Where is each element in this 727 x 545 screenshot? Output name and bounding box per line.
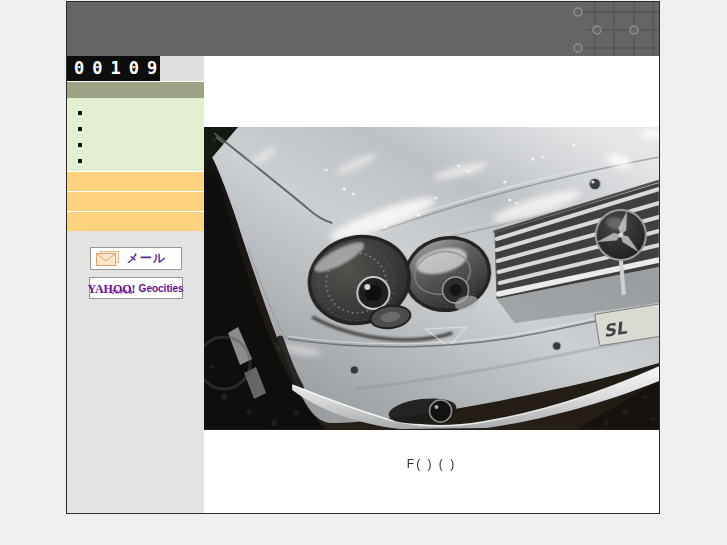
sidebar-stripe-2	[67, 191, 204, 211]
sidebar-sage-band	[67, 81, 204, 98]
car-photo: SL	[204, 127, 659, 430]
counter-spacer	[160, 56, 204, 81]
sidebar-stripe-1	[67, 171, 204, 191]
sidebar: 00109	[67, 56, 204, 513]
sidebar-stripe-3	[67, 211, 204, 231]
photo-caption: F( ) ( )	[407, 457, 456, 471]
geocities-text: Geocities	[139, 283, 184, 294]
title-space	[204, 56, 659, 127]
bullet-icon	[78, 159, 82, 163]
nav-item-2[interactable]	[67, 121, 204, 136]
visitor-counter-row: 00109	[67, 56, 204, 81]
sidebar-footer: メール YAHOO! JAPAN Geocities	[67, 231, 204, 513]
bullet-icon	[78, 111, 82, 115]
mail-button[interactable]: メール	[90, 247, 182, 270]
visitor-counter: 00109	[67, 56, 160, 81]
yahoo-logo: YAHOO! JAPAN	[87, 280, 135, 296]
caption-area: F( ) ( )	[204, 430, 659, 513]
header-banner	[67, 2, 659, 56]
main-content: SL F( ) ( )	[204, 56, 659, 513]
mail-button-label: メール	[127, 250, 167, 267]
envelope-icon	[96, 251, 120, 266]
nav-item-3[interactable]	[67, 137, 204, 152]
plate-text: SL	[602, 318, 628, 341]
nav-item-4[interactable]	[67, 153, 204, 168]
yahoo-geocities-badge[interactable]: YAHOO! JAPAN Geocities	[89, 277, 183, 299]
bullet-icon	[78, 143, 82, 147]
sidebar-nav	[67, 98, 204, 171]
banner-grid-decoration	[567, 2, 659, 56]
bullet-icon	[78, 127, 82, 131]
nav-item-1[interactable]	[67, 105, 204, 120]
car-photo-illustration: SL	[204, 127, 659, 430]
page-frame: 00109	[66, 1, 660, 514]
yahoo-japan-text: JAPAN	[111, 291, 133, 296]
